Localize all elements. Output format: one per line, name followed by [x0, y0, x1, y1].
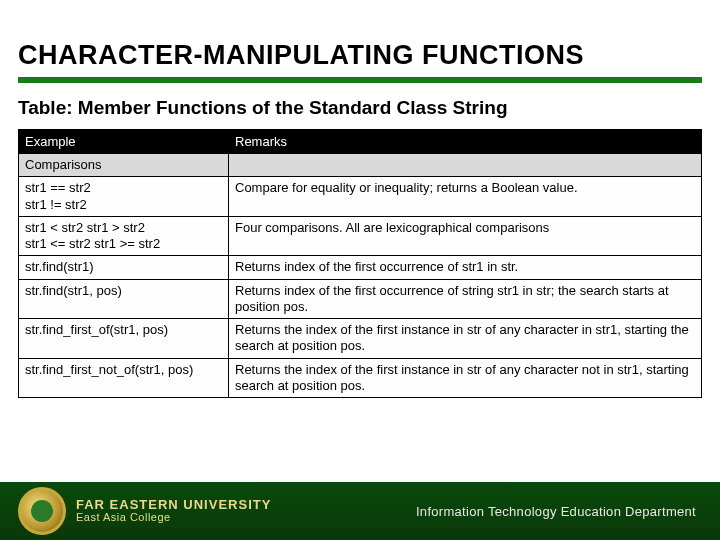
th-example: Example [19, 130, 229, 154]
cell-remarks: Returns index of the first occurrence of… [229, 256, 702, 279]
functions-table: Example Remarks Comparisons str1 == str2… [18, 129, 702, 398]
table-row: str.find(str1, pos) Returns index of the… [19, 279, 702, 319]
table-row: str1 == str2str1 != str2 Compare for equ… [19, 177, 702, 217]
university-name: FAR EASTERN UNIVERSITY [76, 498, 271, 512]
university-block: FAR EASTERN UNIVERSITY East Asia College [76, 498, 271, 523]
table-row: str1 < str2 str1 > str2str1 <= str2 str1… [19, 216, 702, 256]
th-remarks: Remarks [229, 130, 702, 154]
department-name: Information Technology Education Departm… [416, 504, 696, 519]
slide-subtitle: Table: Member Functions of the Standard … [18, 97, 702, 119]
cell-example: str.find(str1) [19, 256, 229, 279]
footer-bar: FAR EASTERN UNIVERSITY East Asia College… [0, 482, 720, 540]
section-comparisons: Comparisons [19, 154, 229, 177]
university-seal-icon [18, 487, 66, 535]
cell-example: str.find_first_of(str1, pos) [19, 319, 229, 359]
cell-remarks: Returns the index of the first instance … [229, 358, 702, 398]
section-blank [229, 154, 702, 177]
cell-remarks: Returns index of the first occurrence of… [229, 279, 702, 319]
cell-remarks: Returns the index of the first instance … [229, 319, 702, 359]
cell-remarks: Compare for equality or inequality; retu… [229, 177, 702, 217]
slide-title: CHARACTER-MANIPULATING FUNCTIONS [18, 40, 702, 83]
table-row: str.find_first_not_of(str1, pos) Returns… [19, 358, 702, 398]
cell-example: str.find_first_not_of(str1, pos) [19, 358, 229, 398]
cell-remarks: Four comparisons. All are lexicographica… [229, 216, 702, 256]
table-row: str.find_first_of(str1, pos) Returns the… [19, 319, 702, 359]
cell-example: str1 < str2 str1 > str2str1 <= str2 str1… [19, 216, 229, 256]
college-name: East Asia College [76, 512, 271, 524]
cell-example: str.find(str1, pos) [19, 279, 229, 319]
table-row: str.find(str1) Returns index of the firs… [19, 256, 702, 279]
cell-example: str1 == str2str1 != str2 [19, 177, 229, 217]
